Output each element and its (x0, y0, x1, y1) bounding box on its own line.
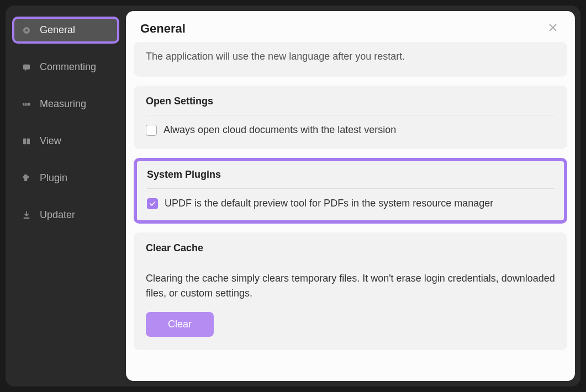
clear-cache-button[interactable]: Clear (146, 312, 214, 337)
system-plugins-section: System Plugins UPDF is the default previ… (134, 158, 567, 224)
svg-rect-7 (23, 138, 26, 144)
close-button[interactable] (545, 21, 561, 36)
sidebar-item-commenting[interactable]: Commenting (12, 54, 119, 81)
settings-content: General The application will use the new… (126, 11, 575, 381)
default-preview-checkbox-row: UPDF is the default preview tool for PDF… (147, 198, 554, 209)
sidebar-item-measuring[interactable]: Measuring (12, 91, 119, 118)
ruler-icon (21, 99, 32, 110)
download-icon (21, 210, 32, 221)
content-body: The application will use the new languag… (126, 42, 575, 381)
svg-point-1 (25, 29, 28, 31)
settings-modal: General Commenting Measuring View Plugin (6, 6, 580, 386)
clear-cache-section: Clear Cache Clearing the cache simply cl… (134, 232, 567, 350)
svg-rect-3 (23, 103, 30, 105)
page-title: General (140, 22, 186, 36)
sidebar-item-label: Commenting (40, 61, 96, 73)
sidebar-item-label: Updater (40, 209, 75, 221)
settings-sidebar: General Commenting Measuring View Plugin (6, 6, 126, 386)
gear-icon (21, 25, 32, 36)
open-cloud-checkbox-row: Always open cloud documents with the lat… (146, 124, 555, 136)
open-cloud-checkbox-label: Always open cloud documents with the lat… (163, 124, 396, 136)
comment-icon (21, 62, 32, 73)
sidebar-item-general[interactable]: General (12, 17, 119, 44)
open-settings-section: Open Settings Always open cloud document… (134, 86, 567, 149)
plugin-icon (21, 173, 32, 184)
sidebar-item-label: Plugin (40, 172, 67, 184)
sidebar-item-label: General (40, 24, 75, 36)
open-settings-title: Open Settings (146, 96, 555, 115)
content-header: General (126, 11, 575, 42)
view-icon (21, 136, 32, 147)
clear-cache-title: Clear Cache (146, 242, 555, 262)
clear-cache-description: Clearing the cache simply clears tempora… (146, 271, 555, 301)
svg-rect-8 (27, 138, 30, 144)
sidebar-item-plugin[interactable]: Plugin (12, 165, 119, 192)
default-preview-checkbox-label: UPDF is the default preview tool for PDF… (165, 198, 493, 209)
language-restart-note: The application will use the new languag… (146, 50, 555, 63)
svg-rect-2 (23, 64, 30, 69)
sidebar-item-view[interactable]: View (12, 128, 119, 155)
sidebar-item-label: Measuring (40, 98, 86, 110)
close-icon (547, 22, 559, 36)
default-preview-checkbox[interactable] (147, 198, 158, 209)
open-cloud-checkbox[interactable] (146, 125, 157, 136)
system-plugins-title: System Plugins (147, 169, 554, 189)
sidebar-item-updater[interactable]: Updater (12, 202, 119, 229)
language-section: The application will use the new languag… (134, 42, 567, 77)
sidebar-item-label: View (40, 135, 61, 147)
